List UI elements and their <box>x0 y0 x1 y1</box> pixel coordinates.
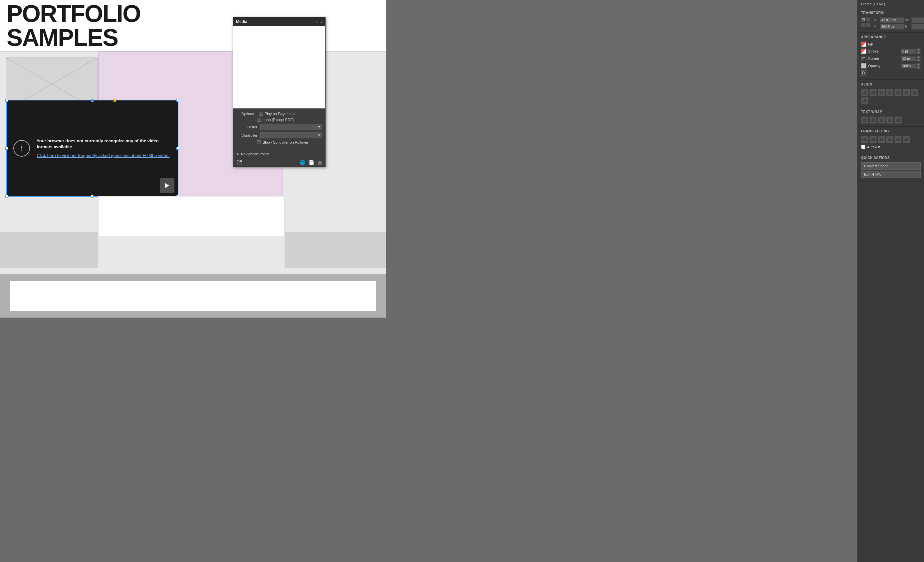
wrap-none[interactable]: ⬛ <box>861 117 868 124</box>
controller-label: Controller: <box>237 133 258 138</box>
convert-shape-button[interactable]: Convert Shape <box>861 162 921 170</box>
stroke-swatch[interactable] <box>861 49 866 54</box>
align-center-h[interactable]: ⬛ <box>869 89 877 96</box>
fx-row: fx <box>861 70 921 75</box>
media-panel-header: Media × ≡ <box>233 18 325 26</box>
text-wrap-icons: ⬛ ⬛ ⬛ ⬛ ⬛ <box>861 117 921 124</box>
video-content: ! Your browser does not currently recogn… <box>7 132 178 166</box>
transform-title: Transform <box>861 11 921 15</box>
transform-br-icon[interactable] <box>866 23 870 27</box>
video-text: Your browser does not currently recogniz… <box>37 138 171 159</box>
lower-col-right <box>285 232 386 268</box>
frame-fitting-section: Frame Fitting ⬛ ⬛ ⬛ ⬛ ⬛ ⬛ Auto-Fit <box>858 127 924 153</box>
stroke-input[interactable] <box>901 49 916 54</box>
frame-fitting-icons: ⬛ ⬛ ⬛ ⬛ ⬛ ⬛ <box>861 136 921 143</box>
align-top[interactable]: ⬛ <box>886 89 893 96</box>
fit-frame-to-content[interactable]: ⬛ <box>886 136 893 143</box>
wrap-object[interactable]: ⬛ <box>878 117 885 124</box>
opacity-up[interactable]: ▲ <box>916 63 921 66</box>
svg-marker-3 <box>165 183 169 188</box>
distribute-v[interactable]: ⬛ <box>861 97 868 105</box>
align-right[interactable]: ⬛ <box>878 89 885 96</box>
h-input[interactable] <box>911 24 924 30</box>
fx-icon[interactable]: fx <box>861 70 866 75</box>
align-bottom[interactable]: ⬛ <box>903 89 910 96</box>
show-controller-label: Show Controller on Rollover <box>262 140 308 144</box>
media-globe-icon[interactable]: 🌐 <box>300 160 305 165</box>
layout-area: ! Your browser does not currently recogn… <box>0 52 386 268</box>
corner-row: Corner ▲ ▼ <box>861 55 921 61</box>
media-panel-menu[interactable]: ≡ <box>321 19 322 24</box>
align-section: Align ⬛ ⬛ ⬛ ⬛ ⬛ ⬛ ⬛ ⬛ <box>858 80 924 108</box>
opacity-icon[interactable] <box>861 63 866 69</box>
media-file-icon[interactable]: 📄 <box>309 160 314 165</box>
opacity-row: Opacity ▲ ▼ <box>861 63 921 69</box>
opacity-down[interactable]: ▼ <box>916 66 921 69</box>
edit-html-button[interactable]: Edit HTML <box>861 170 921 178</box>
corner-down[interactable]: ▼ <box>916 58 921 61</box>
wrap-next-column[interactable]: ⬛ <box>894 117 902 124</box>
page-area: PORTFOLIO SAMPLES <box>0 0 386 318</box>
fit-fill[interactable]: ⬛ <box>878 136 885 143</box>
white-content-box <box>98 196 285 236</box>
distribute-h[interactable]: ⬛ <box>911 89 918 96</box>
w-input[interactable] <box>911 17 924 23</box>
appearance-section: Appearance Fill Stroke ▲ ▼ Corner <box>858 33 924 80</box>
controller-dropdown[interactable]: ▾ <box>260 132 322 138</box>
stroke-down[interactable]: ▼ <box>916 51 921 54</box>
wrap-jump[interactable]: ⬛ <box>886 117 893 124</box>
second-page <box>10 281 376 311</box>
fit-content-to-frame[interactable]: ⬛ <box>894 136 902 143</box>
show-controller-checkbox[interactable] <box>257 140 261 144</box>
nav-points-row[interactable]: ▶ Navigation Points <box>233 149 325 158</box>
corner-icon[interactable] <box>861 56 866 61</box>
opacity-input[interactable] <box>901 64 916 69</box>
loop-checkbox[interactable] <box>257 118 261 122</box>
fill-label: Fill <box>868 42 921 46</box>
media-panel-title: Media <box>236 19 247 24</box>
media-film-icon[interactable]: 🎬 <box>237 160 242 165</box>
media-panel-controls: × ≡ <box>315 19 322 24</box>
x-input[interactable] <box>880 17 904 23</box>
y-label: Y: <box>874 25 879 28</box>
fill-swatch[interactable] <box>861 42 866 47</box>
fill-row: Fill <box>861 42 921 47</box>
video-frame[interactable]: ! Your browser does not currently recogn… <box>6 100 178 197</box>
opacity-stepper: ▲ ▼ <box>901 63 921 69</box>
media-panel-close[interactable]: × <box>315 19 318 24</box>
align-left[interactable]: ⬛ <box>861 89 868 96</box>
transform-bl-icon[interactable] <box>861 23 866 27</box>
transform-tr-icon[interactable] <box>866 17 870 22</box>
media-options: Options: Play on Page Load Loop (Except … <box>233 108 325 149</box>
autofit-checkbox[interactable] <box>861 145 866 149</box>
nav-points-label: Navigation Points <box>241 152 270 156</box>
text-wrap-title: Text Wrap <box>861 110 921 114</box>
corner-input[interactable] <box>901 56 916 61</box>
video-play-button[interactable] <box>160 178 174 193</box>
corner-up[interactable]: ▲ <box>916 55 921 58</box>
play-on-load-checkbox[interactable] <box>259 112 263 116</box>
stroke-up[interactable]: ▲ <box>916 48 921 51</box>
fit-proportionally[interactable]: ⬛ <box>869 136 877 143</box>
y-input[interactable] <box>880 24 904 30</box>
autofit-row: Auto-Fit <box>861 145 921 149</box>
transform-fields: X: W: Y: H: <box>874 17 924 30</box>
fit-content[interactable]: ⬛ <box>861 136 868 143</box>
stroke-label: Stroke <box>868 49 899 53</box>
w-label: W: <box>905 18 910 22</box>
media-preview <box>233 26 325 108</box>
media-footer: 🎬 🌐 📄 ▦ <box>233 158 325 167</box>
appearance-title: Appearance <box>861 35 921 39</box>
wrap-bounding[interactable]: ⬛ <box>869 117 877 124</box>
transform-icons <box>861 17 870 30</box>
page-title-area: PORTFOLIO SAMPLES <box>0 0 386 52</box>
media-grid-icon[interactable]: ▦ <box>318 160 322 165</box>
options-label: Options: <box>237 112 255 116</box>
transform-tl-icon[interactable] <box>861 17 866 22</box>
canvas-area: PORTFOLIO SAMPLES <box>0 0 857 562</box>
align-center-v[interactable]: ⬛ <box>894 89 902 96</box>
poster-dropdown[interactable]: ▾ <box>260 124 322 130</box>
fit-center[interactable]: ⬛ <box>903 136 910 143</box>
loop-label: Loop (Except PDF) <box>262 118 294 122</box>
second-page-area <box>0 274 386 318</box>
